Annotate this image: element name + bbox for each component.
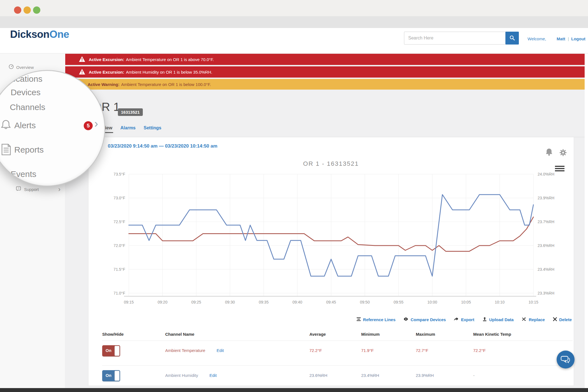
channel-name: Ambient Temperature [165,345,205,353]
alert-banner-warning: Active Warning: Ambient Temperature on O… [65,79,585,90]
notification-bell-icon[interactable] [545,148,553,157]
sidebar-item-devices[interactable]: Devices [11,88,41,97]
app-window: DicksonOne Welcome, Matt | Logout Overvi… [0,0,588,392]
chart-actions-bar: Reference Lines Compare Devices Export U… [88,316,572,323]
window-maximize-dot[interactable] [33,6,40,14]
svg-text:10:05: 10:05 [461,300,471,304]
svg-text:23.4%RH: 23.4%RH [538,267,554,272]
search-icon [509,35,515,41]
mkt-value: 72.2°F [473,345,573,353]
shuffle-icon [521,316,527,323]
device-id-badge: 16313521 [118,108,143,116]
warning-triangle-icon [79,56,85,63]
toggle-knob [115,346,120,356]
close-icon [553,317,557,323]
sidebar-item-support[interactable]: ? Support › [16,186,60,193]
svg-text:10:10: 10:10 [495,300,505,304]
col-header-minimum: Minimum [361,332,416,340]
tab-alarms[interactable]: Alarms [120,125,136,130]
logo-primary: Dickson [10,29,49,40]
action-label: Compare Devices [410,317,446,322]
table-header-row: Show/Hide Channel Name Average Minimum M… [102,332,573,340]
chat-widget-button[interactable] [557,351,575,368]
window-minimize-dot[interactable] [24,6,31,14]
search-input[interactable] [404,32,509,45]
svg-text:09:35: 09:35 [259,300,269,304]
gauge-icon [8,64,14,71]
banner-label: Active Excursion: [89,70,124,74]
eye-icon [403,316,409,323]
toggle-knob [115,371,120,381]
svg-text:72.5°F: 72.5°F [114,220,125,224]
svg-text:09:25: 09:25 [191,300,201,304]
window-chrome [0,0,588,16]
welcome-text: Welcome, [528,36,546,41]
table-row-ambient-humidity: On Ambient Humidity Edit 23.6%RH 23.4%RH… [102,365,573,390]
user-link[interactable]: Matt [557,36,565,41]
col-header-average: Average [309,332,361,340]
average-value: 23.6%RH [309,370,361,378]
svg-text:23.3%RH: 23.3%RH [538,291,554,295]
date-range-link[interactable]: 03/23/2020 9:14:50 am — 03/23/2020 10:14… [108,143,217,149]
minimum-value: 71.9°F [361,345,416,353]
edit-link[interactable]: Edit [209,373,217,378]
col-header-maximum: Maximum [416,332,473,340]
sidebar-item-reports[interactable]: Reports [14,145,44,155]
bell-icon [0,118,12,132]
show-hide-toggle[interactable]: On [102,370,120,381]
average-value: 72.2°F [309,345,361,353]
brand-logo[interactable]: DicksonOne [10,29,69,40]
help-icon: ? [16,186,21,193]
tab-settings[interactable]: Settings [144,125,161,130]
minimum-value: 23.4%RH [361,370,416,378]
upload-data-button[interactable]: Upload Data [482,317,514,323]
trend-chart: 73.5°F24.0%RH73.0°F23.9%RH72.5°F23.7%RH7… [88,157,573,309]
action-label: Replace [529,317,545,322]
edit-link[interactable]: Edit [217,348,224,353]
banner-label: Active Excursion: [89,57,124,62]
export-arrow-icon [454,316,459,323]
logout-link[interactable]: Logout [571,36,585,41]
upload-icon [482,317,487,323]
reference-lines-button[interactable]: Reference Lines [356,317,396,323]
svg-text:73.0°F: 73.0°F [114,196,125,200]
svg-text:?: ? [18,187,19,190]
show-hide-toggle[interactable]: On [102,345,120,356]
report-document-icon [0,143,12,157]
banner-message: Ambient Temperature on OR 1 is below 100… [121,82,211,87]
sidebar-item-label: Support [24,187,39,192]
action-label: Delete [559,317,572,322]
bottom-bar [0,388,588,392]
top-band [0,16,588,28]
search-button[interactable] [505,32,519,45]
toggle-label: On [106,348,111,353]
svg-text:23.7%RH: 23.7%RH [538,220,554,224]
export-button[interactable]: Export [454,316,474,323]
window-close-dot[interactable] [14,6,21,14]
svg-text:72.0°F: 72.0°F [114,243,125,248]
warning-triangle-icon [79,69,85,76]
channels-table: Show/Hide Channel Name Average Minimum M… [102,332,573,391]
maximum-value: 23.9%RH [416,370,473,378]
action-label: Reference Lines [363,317,396,322]
reference-lines-icon [356,317,361,323]
banner-message: Ambient Humidity on OR 1 is below 35.0%R… [126,70,212,74]
svg-text:23.9%RH: 23.9%RH [538,196,554,200]
sidebar-item-overview[interactable]: Overview [8,64,34,71]
settings-gear-icon[interactable] [559,148,567,158]
compare-devices-button[interactable]: Compare Devices [403,316,446,323]
sidebar-item-channels[interactable]: Channels [10,102,45,112]
logo-accent: One [49,29,69,40]
svg-text:10:15: 10:15 [528,300,538,304]
sidebar-item-alerts[interactable]: Alerts [14,121,36,130]
sidebar-item-label: Overview [16,65,34,70]
table-row-ambient-temperature: On Ambient Temperature Edit 72.2°F 71.9°… [102,340,573,365]
svg-text:09:30: 09:30 [225,300,235,304]
chevron-right-icon: › [94,117,98,130]
delete-button[interactable]: Delete [553,317,572,323]
svg-text:09:50: 09:50 [360,300,370,304]
user-divider: | [568,36,569,41]
action-label: Export [461,317,474,322]
alerts-badge: 5 [84,121,93,130]
replace-button[interactable]: Replace [521,316,545,323]
